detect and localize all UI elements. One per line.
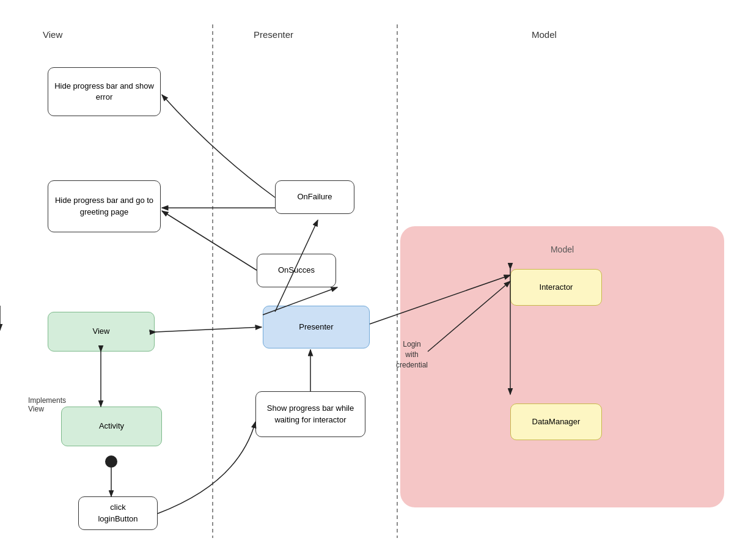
activity-box: Activity — [61, 407, 162, 446]
show-progress-box: Show progress bar while waiting for inte… — [255, 391, 365, 437]
on-succes-box: OnSucces — [257, 254, 336, 287]
view-box: View — [48, 312, 155, 352]
model-inner-label: Model — [551, 245, 574, 254]
diagram: View Presenter Model Model Interactor Da… — [0, 0, 748, 560]
model-container: Model Interactor DataManager — [400, 226, 724, 507]
svg-line-4 — [156, 327, 262, 332]
model-section-label: Model — [532, 29, 557, 40]
click-login-box: click loginButton — [78, 496, 158, 530]
hide-error-box: Hide progress bar and show error — [48, 67, 161, 116]
start-dot — [105, 455, 117, 468]
presenter-section-label: Presenter — [254, 29, 293, 40]
implements-view-label: Implements View — [28, 396, 66, 413]
view-section-label: View — [43, 29, 62, 40]
presenter-box: Presenter — [263, 306, 370, 348]
login-credential-label: Login with credential — [396, 339, 428, 370]
hide-greeting-box: Hide progress bar and go to greeting pag… — [48, 180, 161, 232]
interactor-box: Interactor — [510, 269, 602, 306]
on-failure-box: OnFailure — [275, 180, 354, 214]
datamanager-box: DataManager — [510, 403, 602, 440]
